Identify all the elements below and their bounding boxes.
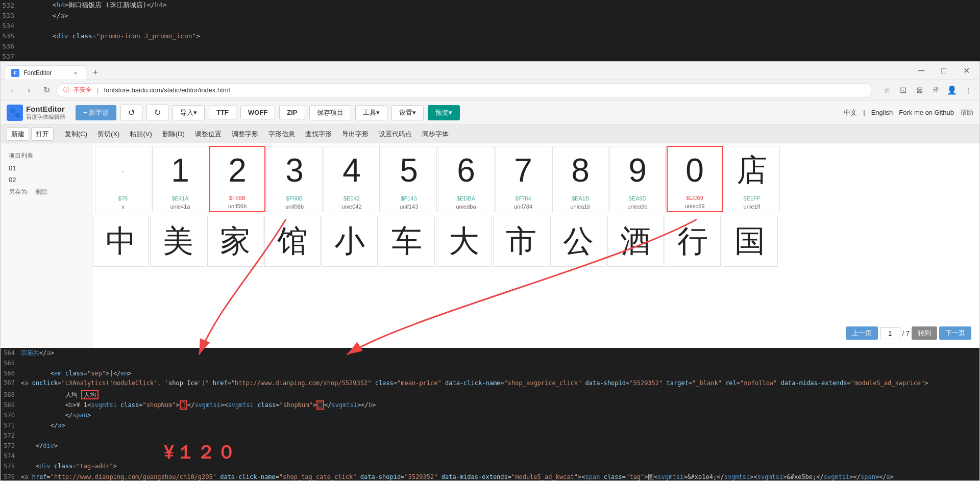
baidu-logo-icon: 🐾 [7, 105, 23, 121]
bc-line-566: 566 <em class="sep">|</em> [1, 368, 979, 378]
glyph-code-11: $E1FF [741, 194, 762, 202]
sidebar-item-01[interactable]: 01 [5, 162, 88, 174]
glyph-cell-zh-5[interactable]: 车 [379, 216, 435, 267]
new-tab-button[interactable]: + [88, 65, 103, 80]
glyph-char-10: 0 [685, 147, 704, 194]
open-file-button[interactable]: 打开 [31, 128, 54, 141]
back-button[interactable]: ‹ [5, 83, 19, 97]
top-code-editor: 532 <h4>御口福饭店 (珠江新城店)</h4> 533 </a> 534 … [0, 0, 980, 71]
glyph-cell-5[interactable]: 5 $F143 unif143 [381, 146, 437, 212]
page-number-input[interactable] [880, 327, 900, 339]
find-glyph-button[interactable]: 查找字形 [300, 128, 337, 140]
forward-button[interactable]: › [22, 83, 36, 97]
glyph-cell-zh-11[interactable]: 国 [722, 216, 778, 267]
bc-line-574: 574 [1, 451, 979, 461]
sidebar-actions: 另存为 删除 [5, 186, 88, 198]
profile-icon-2[interactable]: ⊠ [912, 83, 926, 97]
glyph-cell-6[interactable]: 6 $EDBA uniedba [438, 146, 494, 212]
prev-page-button[interactable]: 上一页 [846, 326, 878, 340]
help-button[interactable]: 帮助 [960, 108, 973, 117]
address-input-wrap[interactable]: ⓘ 不安全 | fontstore.baidu.com/static/edito… [57, 83, 872, 97]
translate-button[interactable]: 译 [928, 83, 943, 97]
tools-button[interactable]: 工具▾ [355, 105, 387, 120]
new-glyph-button[interactable]: + 新字形 [76, 105, 116, 120]
glyph-name-6: uniedba [454, 202, 478, 212]
code-line-532: 532 <h4>御口福饭店 (珠江新城店)</h4> [0, 0, 980, 10]
lang-zh[interactable]: 中文 [844, 108, 857, 117]
glyph-info-button[interactable]: 字形信息 [263, 128, 300, 140]
tab-close-button[interactable]: × [71, 69, 80, 77]
preview-button[interactable]: 预览▾ [428, 105, 460, 120]
delete-link[interactable]: 删除 [35, 188, 47, 196]
glyph-cell-zh-4[interactable]: 小 [322, 216, 378, 267]
glyph-cell-zh-8[interactable]: 公 [550, 216, 606, 267]
glyph-cell-11[interactable]: 店 $E1FF unie1ff [724, 146, 780, 212]
delete-button[interactable]: 删除(D) [157, 128, 190, 140]
glyph-cell-3[interactable]: 3 $F08B unif08b [266, 146, 323, 212]
glyph-cell-zh-3[interactable]: 馆 [264, 216, 321, 267]
sync-font-button[interactable]: 同步字体 [417, 128, 454, 140]
save-project-button[interactable]: 保存项目 [309, 105, 351, 120]
glyph-cell-1[interactable]: 1 $E41A unie41a [152, 146, 208, 212]
glyph-char-0: · [121, 146, 126, 194]
adjust-position-button[interactable]: 调整位置 [190, 128, 227, 140]
glyph-code-9: $EA9D [627, 194, 649, 202]
glyph-char-1: 1 [171, 146, 189, 194]
glyph-grid-row2: 中 美 家 馆 小 车 大 市 公 酒 行 国 [92, 215, 979, 267]
glyph-cell-9[interactable]: 9 $EA9D uniea9d [609, 146, 666, 212]
tab-bar: F FontEditor × + [5, 62, 103, 80]
redo-button[interactable]: ↻ [146, 105, 168, 120]
woff-button[interactable]: WOFF [240, 106, 275, 119]
minimize-button[interactable]: ─ [912, 62, 930, 80]
export-glyph-button[interactable]: 导出字形 [337, 128, 374, 140]
settings-button[interactable]: 设置▾ [391, 105, 424, 120]
glyph-cell-7[interactable]: 7 $F784 unif784 [495, 146, 551, 212]
glyph-cell-zh-7[interactable]: 市 [493, 216, 549, 267]
glyph-cell-4[interactable]: 4 $E042 unie042 [324, 146, 380, 212]
glyph-cell-zh-0[interactable]: 中 [93, 216, 149, 267]
glyph-cell-zh-10[interactable]: 行 [665, 216, 721, 267]
ttf-button[interactable]: TTF [209, 106, 236, 119]
sidebar-item-02[interactable]: 02 [5, 174, 88, 186]
refresh-button[interactable]: ↻ [39, 83, 54, 97]
maximize-button[interactable]: □ [935, 62, 953, 80]
adjust-shape-button[interactable]: 调整字形 [227, 128, 263, 140]
fe-logo-subtitle: 百度字体编辑器 [26, 113, 65, 121]
bc-line-570: 570 </span> [1, 410, 979, 420]
close-button[interactable]: ✕ [957, 62, 975, 80]
new-file-button[interactable]: 新建 [7, 128, 29, 141]
bc-line-564: 564 宗庙共</a> [1, 348, 979, 358]
glyph-cell-zh-9[interactable]: 酒 [607, 216, 664, 267]
undo-button[interactable]: ↺ [120, 105, 142, 120]
glyph-cell-2[interactable]: 2 $F56B unif56b [209, 146, 265, 212]
paste-button[interactable]: 粘贴(V) [125, 128, 157, 140]
tab-title: FontEditor [23, 69, 52, 77]
user-profile-button[interactable]: 👤 [945, 83, 959, 97]
next-page-button[interactable]: 下一页 [939, 326, 971, 340]
lang-en[interactable]: English [871, 109, 893, 116]
save-as-link[interactable]: 另存为 [9, 188, 27, 196]
glyph-name-2: unif56b [226, 202, 249, 211]
zip-button[interactable]: ZIP [279, 106, 305, 119]
glyph-cell-0[interactable]: · $78 x [95, 146, 151, 212]
active-tab[interactable]: F FontEditor × [5, 65, 86, 80]
menu-button[interactable]: ⋮ [961, 83, 975, 97]
glyph-cell-8[interactable]: 8 $EA1B uniea1b [552, 146, 608, 212]
cut-button[interactable]: 剪切(X) [92, 128, 125, 140]
profile-icon-1[interactable]: ⊡ [896, 83, 910, 97]
copy-button[interactable]: 复制(C) [60, 128, 92, 140]
fork-label[interactable]: Fork me on Github [899, 109, 954, 116]
glyph-cell-zh-6[interactable]: 大 [436, 216, 492, 267]
set-codepoint-button[interactable]: 设置代码点 [374, 128, 417, 140]
bc-line-569: 569 <b>¥ 1<svgmtsi class="shopNum"></sv… [1, 400, 979, 410]
import-button[interactable]: 导入▾ [173, 105, 205, 120]
goto-button[interactable]: 转到 [912, 326, 937, 340]
glyph-code-0: $78 [116, 194, 130, 202]
glyph-cell-zh-1[interactable]: 美 [150, 216, 206, 267]
glyph-code-3: $F08B [284, 194, 305, 202]
bookmark-button[interactable]: ☆ [879, 83, 894, 97]
glyph-cell-zh-2[interactable]: 家 [207, 216, 263, 267]
glyph-cell-10[interactable]: 0 $EC69 uniec69 [667, 146, 723, 212]
main-area: 项目列表 01 02 另存为 删除 · $78 x [1, 143, 979, 348]
glyph-char-5: 5 [400, 146, 418, 194]
